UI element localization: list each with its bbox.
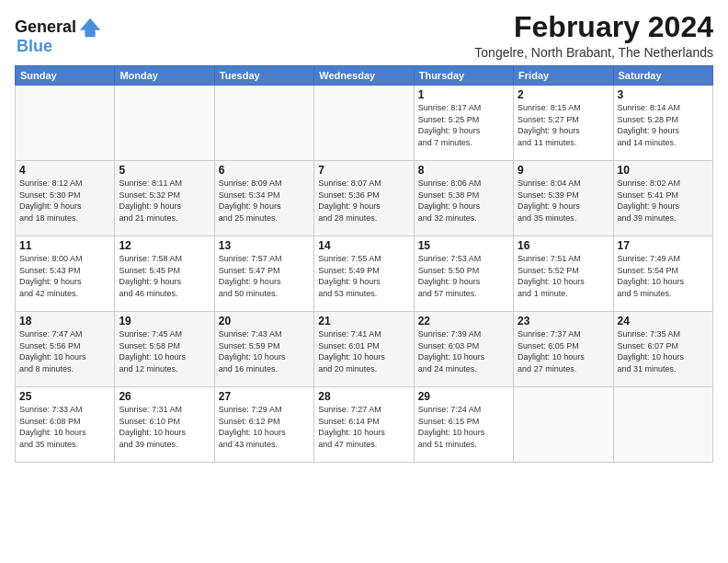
logo-blue: Blue: [17, 37, 52, 56]
table-row: 27Sunrise: 7:29 AM Sunset: 6:12 PM Dayli…: [214, 387, 313, 463]
header: General Blue February 2024 Tongelre, Nor…: [15, 11, 713, 60]
day-info: Sunrise: 7:43 AM Sunset: 5:59 PM Dayligh…: [219, 328, 310, 374]
day-info: Sunrise: 7:31 AM Sunset: 6:10 PM Dayligh…: [119, 404, 210, 450]
day-info: Sunrise: 7:49 AM Sunset: 5:54 PM Dayligh…: [618, 253, 709, 299]
table-row: 16Sunrise: 7:51 AM Sunset: 5:52 PM Dayli…: [514, 236, 613, 312]
table-row: 4Sunrise: 8:12 AM Sunset: 5:30 PM Daylig…: [16, 161, 115, 236]
col-wednesday: Wednesday: [314, 66, 414, 86]
table-row: 29Sunrise: 7:24 AM Sunset: 6:15 PM Dayli…: [414, 387, 513, 463]
day-info: Sunrise: 7:47 AM Sunset: 5:56 PM Dayligh…: [19, 328, 110, 374]
day-info: Sunrise: 7:29 AM Sunset: 6:12 PM Dayligh…: [219, 404, 310, 450]
day-number: 8: [418, 164, 509, 177]
day-info: Sunrise: 8:14 AM Sunset: 5:28 PM Dayligh…: [618, 102, 709, 148]
table-row: 2Sunrise: 8:15 AM Sunset: 5:27 PM Daylig…: [514, 86, 613, 161]
day-info: Sunrise: 7:39 AM Sunset: 6:03 PM Dayligh…: [418, 328, 509, 374]
table-row: 14Sunrise: 7:55 AM Sunset: 5:49 PM Dayli…: [314, 236, 414, 312]
day-number: 25: [19, 390, 110, 403]
col-thursday: Thursday: [414, 66, 513, 86]
table-row: 20Sunrise: 7:43 AM Sunset: 5:59 PM Dayli…: [214, 312, 313, 387]
day-number: 11: [19, 239, 110, 252]
day-number: 4: [19, 164, 110, 177]
day-info: Sunrise: 8:09 AM Sunset: 5:34 PM Dayligh…: [219, 178, 310, 224]
day-number: 21: [318, 315, 409, 327]
day-info: Sunrise: 7:55 AM Sunset: 5:49 PM Dayligh…: [318, 253, 409, 299]
table-row: 3Sunrise: 8:14 AM Sunset: 5:28 PM Daylig…: [613, 86, 712, 161]
day-info: Sunrise: 7:45 AM Sunset: 5:58 PM Dayligh…: [119, 328, 210, 374]
calendar-week-row: 4Sunrise: 8:12 AM Sunset: 5:30 PM Daylig…: [16, 161, 713, 236]
calendar-week-row: 11Sunrise: 8:00 AM Sunset: 5:43 PM Dayli…: [16, 236, 713, 312]
table-row: 7Sunrise: 8:07 AM Sunset: 5:36 PM Daylig…: [314, 161, 414, 236]
table-row: 13Sunrise: 7:57 AM Sunset: 5:47 PM Dayli…: [214, 236, 313, 312]
day-number: 3: [618, 88, 709, 101]
table-row: [314, 86, 414, 161]
col-saturday: Saturday: [613, 66, 712, 86]
day-number: 1: [418, 88, 509, 101]
logo: General Blue: [15, 15, 104, 56]
day-info: Sunrise: 7:41 AM Sunset: 6:01 PM Dayligh…: [318, 328, 409, 374]
month-title: February 2024: [474, 11, 713, 43]
day-info: Sunrise: 8:15 AM Sunset: 5:27 PM Dayligh…: [518, 102, 609, 148]
day-number: 20: [219, 315, 310, 327]
calendar-header-row: Sunday Monday Tuesday Wednesday Thursday…: [16, 66, 713, 86]
calendar-week-row: 1Sunrise: 8:17 AM Sunset: 5:25 PM Daylig…: [16, 86, 713, 161]
day-number: 24: [618, 315, 709, 327]
day-number: 13: [219, 239, 310, 252]
day-number: 26: [119, 390, 210, 403]
table-row: [613, 387, 712, 463]
day-number: 16: [518, 239, 609, 252]
day-info: Sunrise: 8:02 AM Sunset: 5:41 PM Dayligh…: [618, 178, 709, 224]
day-number: 28: [318, 390, 409, 403]
col-tuesday: Tuesday: [214, 66, 313, 86]
logo-icon: [78, 15, 104, 40]
table-row: 15Sunrise: 7:53 AM Sunset: 5:50 PM Dayli…: [414, 236, 513, 312]
svg-marker-0: [80, 18, 100, 38]
table-row: [16, 86, 115, 161]
table-row: [514, 387, 613, 463]
table-row: 10Sunrise: 8:02 AM Sunset: 5:41 PM Dayli…: [613, 161, 712, 236]
table-row: 25Sunrise: 7:33 AM Sunset: 6:08 PM Dayli…: [16, 387, 115, 463]
table-row: 26Sunrise: 7:31 AM Sunset: 6:10 PM Dayli…: [115, 387, 214, 463]
table-row: 19Sunrise: 7:45 AM Sunset: 5:58 PM Dayli…: [115, 312, 214, 387]
day-number: 6: [219, 164, 310, 177]
table-row: 18Sunrise: 7:47 AM Sunset: 5:56 PM Dayli…: [16, 312, 115, 387]
calendar: Sunday Monday Tuesday Wednesday Thursday…: [15, 65, 713, 463]
calendar-week-row: 18Sunrise: 7:47 AM Sunset: 5:56 PM Dayli…: [16, 312, 713, 387]
day-number: 19: [119, 315, 210, 327]
day-info: Sunrise: 8:12 AM Sunset: 5:30 PM Dayligh…: [19, 178, 110, 224]
day-info: Sunrise: 8:07 AM Sunset: 5:36 PM Dayligh…: [318, 178, 409, 224]
day-number: 18: [19, 315, 110, 327]
table-row: 24Sunrise: 7:35 AM Sunset: 6:07 PM Dayli…: [613, 312, 712, 387]
table-row: 17Sunrise: 7:49 AM Sunset: 5:54 PM Dayli…: [613, 236, 712, 312]
table-row: 9Sunrise: 8:04 AM Sunset: 5:39 PM Daylig…: [514, 161, 613, 236]
day-info: Sunrise: 7:24 AM Sunset: 6:15 PM Dayligh…: [418, 404, 509, 450]
day-number: 15: [418, 239, 509, 252]
title-block: February 2024 Tongelre, North Brabant, T…: [474, 11, 713, 60]
day-info: Sunrise: 7:53 AM Sunset: 5:50 PM Dayligh…: [418, 253, 509, 299]
day-info: Sunrise: 7:57 AM Sunset: 5:47 PM Dayligh…: [219, 253, 310, 299]
table-row: [214, 86, 313, 161]
col-sunday: Sunday: [16, 66, 115, 86]
logo-text: General: [15, 18, 76, 37]
table-row: 28Sunrise: 7:27 AM Sunset: 6:14 PM Dayli…: [314, 387, 414, 463]
day-number: 12: [119, 239, 210, 252]
day-info: Sunrise: 8:11 AM Sunset: 5:32 PM Dayligh…: [119, 178, 210, 224]
table-row: 11Sunrise: 8:00 AM Sunset: 5:43 PM Dayli…: [16, 236, 115, 312]
day-number: 2: [518, 88, 609, 101]
day-info: Sunrise: 8:00 AM Sunset: 5:43 PM Dayligh…: [19, 253, 110, 299]
page: General Blue February 2024 Tongelre, Nor…: [0, 0, 728, 563]
table-row: 23Sunrise: 7:37 AM Sunset: 6:05 PM Dayli…: [514, 312, 613, 387]
day-number: 10: [618, 164, 709, 177]
day-number: 17: [618, 239, 709, 252]
day-number: 9: [518, 164, 609, 177]
day-number: 14: [318, 239, 409, 252]
day-info: Sunrise: 7:37 AM Sunset: 6:05 PM Dayligh…: [518, 328, 609, 374]
table-row: 21Sunrise: 7:41 AM Sunset: 6:01 PM Dayli…: [314, 312, 414, 387]
day-number: 29: [418, 390, 509, 403]
table-row: 12Sunrise: 7:58 AM Sunset: 5:45 PM Dayli…: [115, 236, 214, 312]
day-info: Sunrise: 8:06 AM Sunset: 5:38 PM Dayligh…: [418, 178, 509, 224]
calendar-week-row: 25Sunrise: 7:33 AM Sunset: 6:08 PM Dayli…: [16, 387, 713, 463]
day-info: Sunrise: 8:04 AM Sunset: 5:39 PM Dayligh…: [518, 178, 609, 224]
day-number: 22: [418, 315, 509, 327]
col-monday: Monday: [115, 66, 214, 86]
day-number: 27: [219, 390, 310, 403]
